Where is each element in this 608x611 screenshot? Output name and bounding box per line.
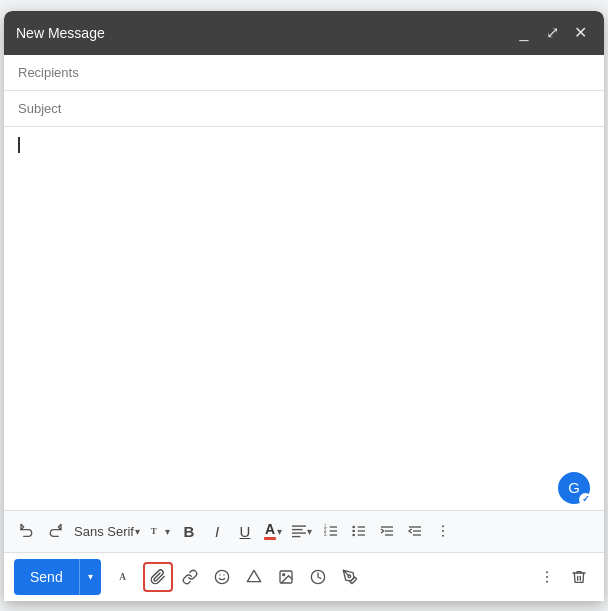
attach-file-button[interactable]: [143, 562, 173, 592]
compose-window: New Message _ ⤢ ✕ G Sans Serif ▾: [4, 11, 604, 601]
svg-point-23: [442, 525, 444, 527]
recipients-row: [4, 55, 604, 91]
photo-button[interactable]: [271, 562, 301, 592]
svg-text:A: A: [119, 571, 126, 581]
font-size-chevron: ▾: [165, 526, 170, 537]
font-family-label: Sans Serif: [74, 524, 134, 539]
svg-rect-2: [292, 529, 303, 530]
window-title: New Message: [16, 25, 105, 41]
body-area[interactable]: [4, 127, 604, 472]
formatting-toolbar: Sans Serif ▾ T ▾ B I U A ▾ ▾ 1.2.3.: [4, 510, 604, 552]
avatar-initial: G: [568, 479, 580, 496]
insert-link-button[interactable]: [175, 562, 205, 592]
redo-button[interactable]: [42, 517, 68, 545]
more-options-button[interactable]: [532, 562, 562, 592]
title-bar-actions: _ ⤢ ✕: [512, 21, 592, 45]
unordered-list-button[interactable]: [346, 517, 372, 545]
svg-rect-1: [292, 525, 306, 526]
svg-point-36: [546, 576, 548, 578]
svg-point-25: [442, 535, 444, 537]
text-cursor: [18, 137, 20, 153]
minimize-button[interactable]: _: [512, 21, 536, 45]
svg-point-37: [546, 580, 548, 582]
recipients-input[interactable]: [18, 65, 590, 80]
emoji-button[interactable]: [207, 562, 237, 592]
font-color-icon: A: [264, 522, 276, 540]
font-color-chevron: ▾: [277, 526, 282, 537]
svg-marker-30: [247, 570, 260, 581]
send-button[interactable]: Send: [14, 559, 79, 595]
svg-point-16: [352, 534, 355, 537]
svg-point-27: [215, 570, 228, 583]
formatting-toggle-button[interactable]: A: [111, 562, 141, 592]
align-chevron: ▾: [307, 526, 312, 537]
schedule-button[interactable]: [303, 562, 333, 592]
font-family-dropdown[interactable]: Sans Serif ▾: [70, 521, 144, 542]
drive-button[interactable]: [239, 562, 269, 592]
font-size-dropdown[interactable]: T ▾: [146, 521, 174, 541]
close-button[interactable]: ✕: [568, 21, 592, 45]
discard-button[interactable]: [564, 562, 594, 592]
italic-button[interactable]: I: [204, 517, 230, 545]
svg-rect-4: [292, 536, 300, 537]
font-color-dropdown[interactable]: A ▾: [260, 519, 286, 543]
avatar-checkmark: [579, 493, 592, 506]
signature-button[interactable]: [335, 562, 365, 592]
svg-point-24: [442, 530, 444, 532]
svg-text:3.: 3.: [324, 532, 328, 537]
indent-button[interactable]: [374, 517, 400, 545]
underline-button[interactable]: U: [232, 517, 258, 545]
title-bar: New Message _ ⤢ ✕: [4, 11, 604, 55]
svg-rect-3: [292, 532, 306, 533]
bold-button[interactable]: B: [176, 517, 202, 545]
send-group: Send ▾: [14, 559, 101, 595]
more-formatting-button[interactable]: [430, 517, 456, 545]
svg-point-15: [352, 530, 355, 533]
svg-point-34: [348, 575, 351, 578]
ordered-list-button[interactable]: 1.2.3.: [318, 517, 344, 545]
avatar-area: G: [4, 472, 604, 510]
send-dropdown-chevron: ▾: [88, 571, 93, 582]
svg-point-35: [546, 571, 548, 573]
send-dropdown-button[interactable]: ▾: [79, 559, 101, 595]
svg-point-14: [352, 526, 355, 529]
expand-button[interactable]: ⤢: [540, 21, 564, 45]
subject-row: [4, 91, 604, 127]
align-dropdown[interactable]: ▾: [288, 521, 316, 541]
svg-text:T: T: [151, 526, 157, 536]
outdent-button[interactable]: [402, 517, 428, 545]
avatar: G: [558, 472, 590, 504]
font-family-chevron: ▾: [135, 526, 140, 537]
undo-button[interactable]: [14, 517, 40, 545]
send-toolbar: Send ▾ A: [4, 552, 604, 601]
svg-point-32: [282, 573, 284, 575]
subject-input[interactable]: [18, 101, 590, 116]
